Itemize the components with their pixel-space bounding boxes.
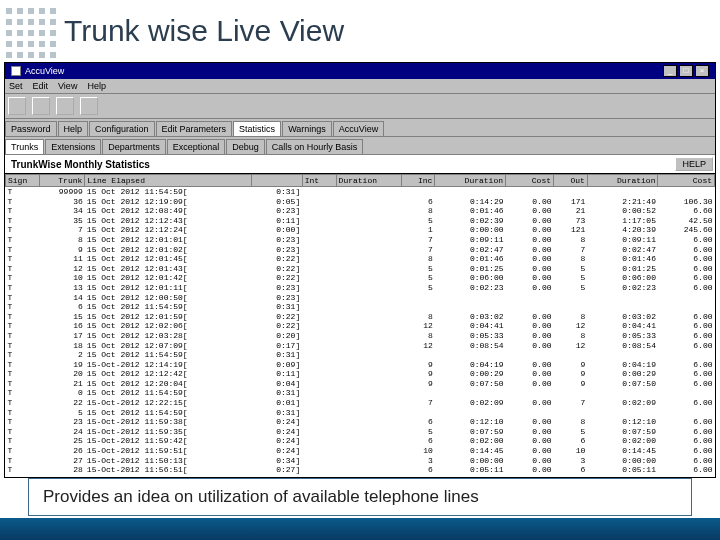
tab-password[interactable]: Password [5,121,57,136]
col-header[interactable]: Int [302,175,336,187]
table-row[interactable]: T915 Oct 2012 12:01:02[0:23]70:02:470.00… [6,245,715,255]
table-row[interactable]: T3515 Oct 2012 12:12:43[0:11]50:02:390.0… [6,216,715,226]
table-row[interactable]: T1415 Oct 2012 12:00:50[0:23] [6,293,715,303]
cell: 0.00 [505,321,553,331]
cell [302,341,336,351]
table-row[interactable]: T1215 Oct 2012 12:01:43[0:22]50:01:250.0… [6,264,715,274]
cell: T [6,369,40,379]
cell: 0.00 [505,216,553,226]
cell: T [6,331,40,341]
table-row[interactable]: T1015 Oct 2012 12:01:42[0:22]50:06:000.0… [6,273,715,283]
toolbar-button-2[interactable] [32,97,50,115]
menu-view[interactable]: View [58,81,77,91]
cell: 0:06:00 [435,273,506,283]
table-row[interactable]: T9999915 Oct 2012 11:54:59[0:31] [6,187,715,197]
table-row[interactable]: T2715-Oct-2012 11:50:13[0:34]30:00:000.0… [6,456,715,466]
cell: 0.00 [505,225,553,235]
table-row[interactable]: T815 Oct 2012 12:01:01[0:23]70:09:110.00… [6,235,715,245]
cell [587,293,658,303]
subtab-extensions[interactable]: Extensions [45,139,101,154]
table-row[interactable]: T2515-Oct-2012 11:59:42[0:24]60:02:000.0… [6,436,715,446]
toolbar-button-4[interactable] [80,97,98,115]
cell: 0:34] [251,456,302,466]
cell: 0.00 [505,206,553,216]
cell: T [6,446,40,456]
table-row[interactable]: T215 Oct 2012 11:54:59[0:31] [6,350,715,360]
col-header[interactable]: Trunk [40,175,85,187]
cell [336,398,401,408]
subtab-departments[interactable]: Departments [102,139,166,154]
help-button[interactable]: HELP [675,157,713,171]
col-header[interactable]: Inc [401,175,435,187]
col-header[interactable]: Duration [336,175,401,187]
table-row[interactable]: T2215-Oct-2012 12:22:15[0:01]70:02:090.0… [6,398,715,408]
subtab-exceptional[interactable]: Exceptional [167,139,226,154]
table-row[interactable]: T2015 Oct 2012 12:12:42[0:11]90:00:290.0… [6,369,715,379]
cell [336,456,401,466]
tab-warnings[interactable]: Warnings [282,121,332,136]
col-header[interactable]: Duration [435,175,506,187]
toolbar-button-3[interactable] [56,97,74,115]
cell: 0:23] [251,283,302,293]
cell: 1:17:05 [587,216,658,226]
cell: 5 [401,283,435,293]
toolbar-button-1[interactable] [8,97,26,115]
col-header[interactable]: Cost [505,175,553,187]
col-header[interactable]: Out [553,175,587,187]
table-row[interactable]: T2815-Oct-2012 11:56:51[0:27]60:05:110.0… [6,465,715,475]
cell [658,350,715,360]
tab-statistics[interactable]: Statistics [233,121,281,136]
menu-set[interactable]: Set [9,81,23,91]
cell: 6 [553,436,587,446]
cell: 6.00 [658,254,715,264]
table-row[interactable]: T1515 Oct 2012 12:01:59[0:22]80:03:020.0… [6,312,715,322]
table-row[interactable]: T615 Oct 2012 11:54:59[0:31] [6,302,715,312]
subtab-debug[interactable]: Debug [226,139,265,154]
col-header[interactable]: Duration [587,175,658,187]
table-row[interactable]: T1615 Oct 2012 12:02:06[0:22]120:04:410.… [6,321,715,331]
cell: 0.00 [505,446,553,456]
col-header[interactable]: Line Elapsed [85,175,252,187]
cell: 35 [40,216,85,226]
cell [401,187,435,197]
cell: T [6,436,40,446]
tab-configuration[interactable]: Configuration [89,121,155,136]
table-row[interactable]: T015 Oct 2012 11:54:59[0:31] [6,388,715,398]
cell [302,369,336,379]
col-header[interactable]: Sign [6,175,40,187]
tabrow-main: PasswordHelpConfigurationEdit Parameters… [5,119,715,137]
cell: 24 [40,427,85,437]
cell: 1 [401,225,435,235]
subtab-trunks[interactable]: Trunks [5,139,44,154]
table-row[interactable]: T1115 Oct 2012 12:01:45[0:22]80:01:460.0… [6,254,715,264]
table-row[interactable]: T515 Oct 2012 11:54:59[0:31] [6,408,715,418]
table-row[interactable]: T1715 Oct 2012 12:03:28[0:20]80:05:330.0… [6,331,715,341]
table-row[interactable]: T1315 Oct 2012 12:01:11[0:23]50:02:230.0… [6,283,715,293]
col-header[interactable] [251,175,302,187]
cell: 121 [553,225,587,235]
close-button[interactable]: × [695,65,709,77]
tab-help[interactable]: Help [58,121,89,136]
tab-accuview[interactable]: AccuView [333,121,384,136]
cell [302,225,336,235]
minimize-button[interactable]: _ [663,65,677,77]
table-row[interactable]: T2115 Oct 2012 12:20:04[0:04]90:07:500.0… [6,379,715,389]
table-row[interactable]: T715 Oct 2012 12:12:24[0:00]10:00:000.00… [6,225,715,235]
cell: 36 [40,197,85,207]
table-row[interactable]: T2615-Oct-2012 11:59:51[0:24]100:14:450.… [6,446,715,456]
cell [302,245,336,255]
table-row[interactable]: T3415 Oct 2012 12:08:49[0:23]80:01:460.0… [6,206,715,216]
table-row[interactable]: T1915-Oct-2012 12:14:19[0:09]90:04:190.0… [6,360,715,370]
table-row[interactable]: T2315-Oct-2012 11:59:38[0:24]60:12:100.0… [6,417,715,427]
menu-help[interactable]: Help [87,81,106,91]
table-row[interactable]: T2415-Oct-2012 11:59:35[0:24]50:07:590.0… [6,427,715,437]
tab-edit-parameters[interactable]: Edit Parameters [156,121,233,136]
table-row[interactable]: T1815 Oct 2012 12:07:09[0:17]120:08:540.… [6,341,715,351]
col-header[interactable]: Cost [658,175,715,187]
table-row[interactable]: T3615 Oct 2012 12:19:09[0:05]60:14:290.0… [6,197,715,207]
cell: 6.00 [658,398,715,408]
cell [302,388,336,398]
menu-edit[interactable]: Edit [33,81,49,91]
subtab-calls-on-hourly-basis[interactable]: Calls on Hourly Basis [266,139,364,154]
maximize-button[interactable]: □ [679,65,693,77]
